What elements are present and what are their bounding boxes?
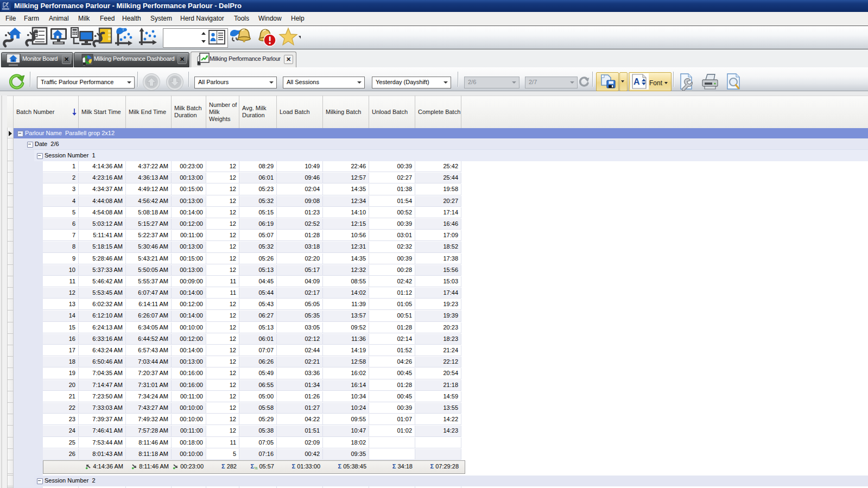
svg-text:A: A (633, 77, 640, 86)
